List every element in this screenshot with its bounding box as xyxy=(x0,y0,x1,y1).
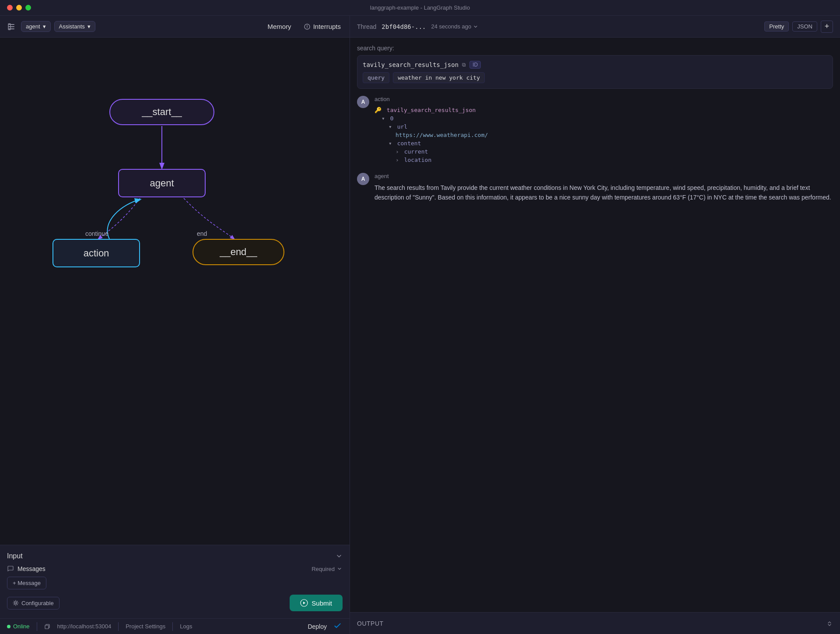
tree-collapse-content-icon[interactable]: ▾ xyxy=(388,140,392,147)
json-format-button[interactable]: JSON xyxy=(792,21,817,32)
tool-id-badge: ID xyxy=(469,61,481,69)
configurable-label: Configurable xyxy=(21,600,54,606)
online-dot xyxy=(7,625,10,628)
tool-copy-icon[interactable]: ⧉ xyxy=(462,62,466,68)
agent-message-text: The search results from Tavily provide t… xyxy=(374,183,833,203)
start-node[interactable]: __start__ xyxy=(109,99,214,125)
input-collapse-icon[interactable] xyxy=(336,553,343,560)
query-key: query xyxy=(363,72,389,83)
right-panel: Thread 2bf04d86-... 24 seconds ago Prett… xyxy=(350,16,840,634)
statusbar-right: Deploy xyxy=(304,621,343,632)
action-node[interactable]: action xyxy=(52,239,140,267)
agent-chevron-icon: ▾ xyxy=(43,23,46,30)
search-query-label: search query: xyxy=(357,45,833,52)
tree-root-label: tavily_search_results_json xyxy=(387,107,476,113)
left-toolbar: agent ▾ Assistants ▾ Memory Interrupts xyxy=(0,16,350,38)
submit-play-icon xyxy=(300,599,308,607)
required-badge: Required xyxy=(312,566,343,572)
project-settings-link[interactable]: Project Settings xyxy=(126,623,165,630)
add-message-button[interactable]: + Message xyxy=(7,577,46,589)
agent-dropdown[interactable]: agent ▾ xyxy=(21,21,51,32)
tree-index-0-label: 0 xyxy=(390,115,394,122)
deploy-button[interactable]: Deploy xyxy=(304,621,330,632)
tree-index-0: ▾ 0 xyxy=(374,114,833,123)
end-node-label: __end__ xyxy=(220,246,257,258)
tree-url-value-text: https://www.weatherapi.com/ xyxy=(396,132,488,138)
tree-current-row: › current xyxy=(374,147,833,156)
gear-icon xyxy=(13,600,19,606)
svg-rect-2 xyxy=(8,28,14,29)
svg-point-8 xyxy=(15,602,17,604)
action-role-label: action xyxy=(374,96,833,102)
output-label: OUTPUT xyxy=(357,620,384,627)
close-btn[interactable] xyxy=(7,5,13,11)
left-panel: agent ▾ Assistants ▾ Memory Interrupts xyxy=(0,16,350,634)
start-node-label: __start__ xyxy=(142,106,182,118)
tool-name: tavily_search_results_json xyxy=(363,61,458,68)
thread-id: 2bf04d86-... xyxy=(382,23,426,30)
messages-label: Messages xyxy=(7,565,46,572)
required-text: Required xyxy=(312,566,335,572)
assistants-chevron-icon: ▾ xyxy=(88,23,91,30)
assistants-dropdown[interactable]: Assistants ▾ xyxy=(54,21,95,32)
tree-collapse-0-icon[interactable]: ▾ xyxy=(382,115,385,122)
localhost-link[interactable]: http://localhost:53004 xyxy=(57,623,112,630)
statusbar-divider-3 xyxy=(172,622,173,631)
tree-url-row: ▾ url xyxy=(374,123,833,131)
minimize-btn[interactable] xyxy=(16,5,22,11)
tree-content-label: content xyxy=(397,140,421,147)
submit-label: Submit xyxy=(312,599,332,607)
maximize-btn[interactable] xyxy=(25,5,31,11)
query-value: weather in new york city xyxy=(393,72,485,83)
tree-location-row: › location xyxy=(374,156,833,164)
tool-call-box: tavily_search_results_json ⧉ ID query we… xyxy=(357,55,833,89)
query-row: query weather in new york city xyxy=(363,72,827,83)
required-chevron-icon xyxy=(336,566,343,572)
submit-button[interactable]: Submit xyxy=(290,595,343,611)
end-node[interactable]: __end__ xyxy=(192,239,284,265)
action-message-content: action 🔑 tavily_search_results_json ▾ 0 … xyxy=(374,96,833,164)
vscode-icon xyxy=(334,622,343,631)
right-toolbar: Thread 2bf04d86-... 24 seconds ago Prett… xyxy=(350,16,840,38)
pretty-format-button[interactable]: Pretty xyxy=(764,21,789,32)
interrupts-button[interactable]: Interrupts xyxy=(300,21,344,32)
output-chevron-icon[interactable] xyxy=(826,620,833,627)
thread-time-text: 24 seconds ago xyxy=(431,23,472,30)
tree-expand-location-icon[interactable]: › xyxy=(396,157,399,163)
assistants-label: Assistants xyxy=(59,23,85,30)
agent-message-block: A agent The search results from Tavily p… xyxy=(357,173,833,203)
thread-label: Thread xyxy=(357,23,376,30)
tree-collapse-url-icon[interactable]: ▾ xyxy=(388,123,392,130)
tree-url-label: url xyxy=(397,123,407,130)
sidebar-toggle-btn[interactable] xyxy=(5,21,18,33)
logs-link[interactable]: Logs xyxy=(180,623,192,630)
interrupts-label: Interrupts xyxy=(313,23,341,30)
tree-current-label: current xyxy=(404,148,428,155)
titlebar: langgraph-example - LangGraph Studio xyxy=(0,0,840,16)
agent-label: agent xyxy=(26,23,40,30)
tool-call-header: tavily_search_results_json ⧉ ID xyxy=(363,61,827,69)
agent-node-label: agent xyxy=(150,178,174,189)
agent-message-content: agent The search results from Tavily pro… xyxy=(374,173,833,203)
configurable-button[interactable]: Configurable xyxy=(7,597,60,609)
agent-role-label: agent xyxy=(374,173,833,179)
deploy-label: Deploy xyxy=(308,623,327,630)
svg-rect-1 xyxy=(8,26,14,27)
continue-edge-label: continue xyxy=(85,230,108,237)
new-thread-button[interactable]: + xyxy=(821,21,833,33)
tree-content-row: ▾ content xyxy=(374,139,833,147)
input-title: Input xyxy=(7,552,23,560)
memory-label: Memory xyxy=(267,23,291,30)
tree-expand-current-icon[interactable]: › xyxy=(396,148,399,155)
thread-time-chevron-icon[interactable] xyxy=(473,24,478,29)
memory-button[interactable]: Memory xyxy=(264,21,294,32)
end-edge-label: end xyxy=(197,230,207,237)
key-icon: 🔑 xyxy=(374,107,382,113)
agent-node[interactable]: agent xyxy=(118,169,206,197)
graph-canvas: __start__ agent action __end__ continue … xyxy=(0,38,350,545)
action-message-block: A action 🔑 tavily_search_results_json ▾ … xyxy=(357,96,833,164)
online-status: Online xyxy=(7,623,30,630)
statusbar-divider-2 xyxy=(118,622,119,631)
toolbar-right: Memory Interrupts xyxy=(264,21,344,32)
chat-content: search query: tavily_search_results_json… xyxy=(350,38,840,612)
